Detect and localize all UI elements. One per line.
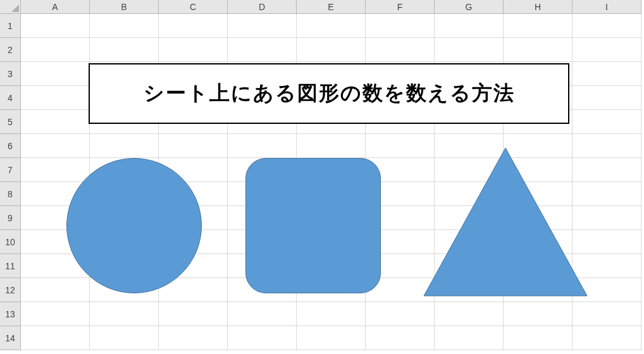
cell[interactable] xyxy=(297,38,366,62)
cell[interactable] xyxy=(297,134,366,158)
row-header-10[interactable]: 10 xyxy=(0,230,21,254)
cell[interactable] xyxy=(435,14,504,38)
col-header-F[interactable]: F xyxy=(366,0,435,14)
cell[interactable] xyxy=(159,134,228,158)
shape-triangle[interactable] xyxy=(423,147,588,297)
cell[interactable] xyxy=(90,14,159,38)
cell[interactable] xyxy=(228,14,297,38)
row-header-14[interactable]: 14 xyxy=(0,326,21,350)
table-row xyxy=(21,14,644,38)
col-header-B[interactable]: B xyxy=(90,0,159,14)
title-text-box[interactable]: シート上にある図形の数を数える方法 xyxy=(89,63,569,124)
col-header-E[interactable]: E xyxy=(297,0,366,14)
cell[interactable] xyxy=(90,134,159,158)
cell[interactable] xyxy=(573,86,641,110)
cell[interactable] xyxy=(159,14,228,38)
row-header-3[interactable]: 3 xyxy=(0,62,21,86)
cell[interactable] xyxy=(366,302,435,326)
cell[interactable] xyxy=(573,302,641,326)
cell[interactable] xyxy=(90,302,159,326)
cell[interactable] xyxy=(228,38,297,62)
cell[interactable] xyxy=(21,134,90,158)
cell[interactable] xyxy=(21,110,90,134)
cell[interactable] xyxy=(504,38,573,62)
cell[interactable] xyxy=(297,326,366,350)
cell[interactable] xyxy=(21,326,90,350)
row-header-12[interactable]: 12 xyxy=(0,278,21,302)
col-header-A[interactable]: A xyxy=(21,0,90,14)
row-header-4[interactable]: 4 xyxy=(0,86,21,110)
cell[interactable] xyxy=(435,326,504,350)
row-header-7[interactable]: 7 xyxy=(0,158,21,182)
cell[interactable] xyxy=(21,14,90,38)
cell[interactable] xyxy=(504,14,573,38)
cell[interactable] xyxy=(228,134,297,158)
cell[interactable] xyxy=(228,302,297,326)
row-header-6[interactable]: 6 xyxy=(0,134,21,158)
cell[interactable] xyxy=(573,110,641,134)
col-header-G[interactable]: G xyxy=(435,0,504,14)
cell[interactable] xyxy=(159,38,228,62)
cell[interactable] xyxy=(21,158,90,182)
cell[interactable] xyxy=(573,14,641,38)
cell[interactable] xyxy=(228,326,297,350)
row-header-1[interactable]: 1 xyxy=(0,14,21,38)
table-row xyxy=(21,302,644,326)
cell[interactable] xyxy=(435,302,504,326)
row-header-5[interactable]: 5 xyxy=(0,110,21,134)
cell[interactable] xyxy=(90,38,159,62)
cell[interactable] xyxy=(90,326,159,350)
cell[interactable] xyxy=(366,326,435,350)
cell[interactable] xyxy=(366,14,435,38)
row-header-2[interactable]: 2 xyxy=(0,38,21,62)
cell[interactable] xyxy=(21,38,90,62)
select-all-corner[interactable] xyxy=(0,0,21,14)
col-header-I[interactable]: I xyxy=(573,0,641,14)
cell[interactable] xyxy=(21,86,90,110)
cell[interactable] xyxy=(504,326,573,350)
col-header-D[interactable]: D xyxy=(228,0,297,14)
cell[interactable] xyxy=(366,38,435,62)
title-text: シート上にある図形の数を数える方法 xyxy=(144,80,515,107)
cell[interactable] xyxy=(573,62,641,86)
cell[interactable] xyxy=(504,302,573,326)
row-headers: 1 2 3 4 5 6 7 8 9 10 11 12 13 14 xyxy=(0,14,21,354)
cell[interactable] xyxy=(573,326,641,350)
row-header-13[interactable]: 13 xyxy=(0,302,21,326)
table-row xyxy=(21,326,644,350)
cell[interactable] xyxy=(435,38,504,62)
column-headers: A B C D E F G H I xyxy=(21,0,644,14)
row-header-11[interactable]: 11 xyxy=(0,254,21,278)
cell[interactable] xyxy=(21,302,90,326)
cell[interactable] xyxy=(297,302,366,326)
cell[interactable] xyxy=(573,38,641,62)
cell[interactable] xyxy=(297,14,366,38)
triangle-icon xyxy=(423,147,588,297)
shape-rounded-rectangle[interactable] xyxy=(245,158,381,293)
cell[interactable] xyxy=(21,278,90,302)
svg-marker-0 xyxy=(424,148,587,296)
table-row xyxy=(21,38,644,62)
cell[interactable] xyxy=(159,326,228,350)
col-header-H[interactable]: H xyxy=(504,0,573,14)
cell[interactable] xyxy=(159,302,228,326)
cell[interactable] xyxy=(21,62,90,86)
row-header-9[interactable]: 9 xyxy=(0,206,21,230)
row-header-8[interactable]: 8 xyxy=(0,182,21,206)
col-header-C[interactable]: C xyxy=(159,0,228,14)
shape-circle[interactable] xyxy=(66,158,202,293)
